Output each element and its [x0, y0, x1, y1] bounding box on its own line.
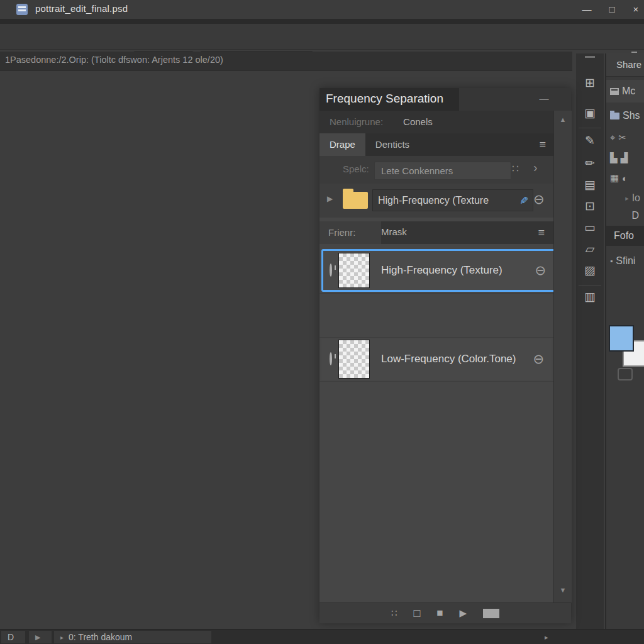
filter-label-tab[interactable]: Frienr:: [319, 221, 381, 244]
circle-minus-icon[interactable]: ⊖: [525, 352, 552, 367]
sidebar-item-label: D: [631, 210, 639, 221]
sidebar-item-label: Sfini: [616, 255, 635, 267]
minimize-button[interactable]: —: [577, 3, 596, 16]
status-d-button[interactable]: D: [1, 631, 25, 643]
folder-icon[interactable]: [343, 192, 368, 209]
edit-toolbar-icon[interactable]: [618, 368, 633, 380]
grid-tool-icon[interactable]: ▦: [610, 172, 619, 184]
link-icon[interactable]: ∷: [391, 603, 397, 623]
filter-value[interactable]: Mrask: [381, 226, 407, 237]
status-right-chevron[interactable]: ▸: [538, 631, 560, 643]
expand-arrows-icon[interactable]: ∷: [512, 162, 519, 175]
stamp-tool-icon[interactable]: ▙: [610, 152, 618, 164]
layer-name[interactable]: Low-Frequency (Color.Tone): [370, 353, 525, 365]
panel-menu-icon[interactable]: ≡: [538, 226, 545, 240]
sidebar-header: Share: [606, 53, 644, 77]
sidebar-icon-row: ▦ ◐: [606, 169, 644, 187]
layer-group-row[interactable]: ▶ High-Frequency (Texture ✎ ⊖: [319, 184, 553, 218]
sidebar-item-sfini[interactable]: ▪ Sfini: [606, 252, 644, 270]
panel-title: Frequency Separation: [326, 92, 443, 106]
panel-title-tab[interactable]: Frequency Separation: [319, 88, 459, 111]
app-icon: [16, 4, 28, 15]
figure-tool-icon[interactable]: ▟: [621, 152, 628, 164]
sidebar-item-fofo[interactable]: Fofo: [606, 226, 644, 246]
play-action-icon[interactable]: ▶: [460, 603, 467, 623]
slice-tool-icon[interactable]: ▭: [580, 218, 600, 237]
select-tool-icon[interactable]: ▱: [580, 240, 600, 258]
sidebar-item-shs[interactable]: Shs: [606, 106, 644, 125]
divider: [319, 381, 553, 382]
triangle-marker-icon: ▸: [625, 194, 629, 203]
circle-minus-icon[interactable]: ⊖: [527, 263, 553, 278]
chevron-right-icon[interactable]: ›: [533, 160, 538, 175]
panel-minimize-icon[interactable]: —: [536, 93, 552, 106]
panel-grip-icon[interactable]: [585, 56, 595, 58]
triangle-marker-icon: ▸: [60, 634, 64, 641]
panel-mid-tabs: Drape Denticts ≡: [319, 133, 571, 156]
shape-tool-icon[interactable]: ◐: [622, 173, 628, 184]
tool-strip: ⊞ ▣ ✎ ✏ ▤ ⊡ ▭ ▱ ▨ ▥: [576, 53, 604, 629]
type-tool-icon[interactable]: ▤: [580, 175, 600, 194]
anchor-tool-icon[interactable]: ⌖: [610, 132, 615, 143]
brush-tool-icon[interactable]: ✎: [580, 131, 600, 150]
layer-row-low-frequency[interactable]: Low-Frequency (Color.Tone) ⊖: [321, 338, 552, 380]
blend-mode-row: Spelc: Lete Conkenners ∷ ›: [319, 156, 553, 184]
divider: [319, 293, 553, 294]
panel-top-tabs: Nenluigrune: Conels: [319, 111, 571, 134]
scroll-down-icon[interactable]: ▼: [554, 586, 572, 594]
zoom-tool-icon[interactable]: ▥: [580, 287, 600, 306]
folder-icon: [610, 113, 619, 119]
lasso-tool-icon[interactable]: ✂: [618, 132, 626, 143]
chevron-right-icon: ▸: [545, 633, 548, 641]
status-play-button[interactable]: ▶: [29, 631, 52, 643]
visibility-eye-icon[interactable]: [330, 264, 332, 277]
close-button[interactable]: ×: [626, 3, 644, 16]
options-bar-text: 1Pasedonne:/2.Orip: (Tioltc dfswon: Arje…: [5, 55, 223, 65]
sidebar-item-label: Shs: [623, 110, 640, 121]
title-bar: pottrait_edit_final.psd — □ ×: [0, 0, 644, 19]
group-name-field[interactable]: High-Frequency (Texture ✎: [372, 189, 533, 211]
title-bar-divider: [0, 19, 644, 24]
layer-name[interactable]: High-Frequency (Texture): [370, 264, 527, 277]
new-layer-icon[interactable]: [483, 609, 499, 618]
application-window: pottrait_edit_final.psd — □ × Daips Siee…: [0, 0, 644, 644]
sidebar-item-io[interactable]: ▸ Io: [606, 191, 644, 206]
blend-mode-select[interactable]: Lete Conkenners: [374, 162, 511, 180]
filter-row: Frienr: Mrask ≡: [319, 221, 553, 244]
maximize-button[interactable]: □: [602, 3, 621, 16]
tab-drape[interactable]: Drape: [319, 133, 365, 156]
layer-thumbnail[interactable]: [338, 253, 370, 288]
menu-bar: Daips Sieee Stocts Shetc ▾ Frorraid Stpr…: [0, 24, 644, 50]
mask-icon[interactable]: □: [413, 603, 420, 623]
sidebar-item-mc[interactable]: Mc: [606, 80, 644, 103]
panel-header[interactable]: Frequency Separation —: [319, 88, 571, 111]
sidebar-item-label: Fofo: [614, 230, 634, 242]
options-bar: 1Pasedonne:/2.Orip: (Tioltc dfswon: Arje…: [0, 52, 572, 71]
tab-conels[interactable]: Conels: [393, 111, 443, 133]
scroll-up-icon[interactable]: ▲: [554, 116, 572, 123]
sidebar-item-label: Io: [632, 192, 640, 204]
status-selection[interactable]: ▸ 0: Treth dakoum: [54, 631, 211, 643]
divider: [579, 285, 601, 286]
sidebar-icon-row: ⌖ ✂: [606, 129, 644, 147]
panel-scrollbar[interactable]: ▲ ▼: [553, 111, 572, 602]
layer-row-high-frequency[interactable]: High-Frequency (Texture) ⊖: [321, 249, 555, 292]
expand-chevron-icon[interactable]: ▶: [327, 194, 333, 203]
move-tool-icon[interactable]: ⊞: [580, 74, 600, 92]
visibility-eye-icon[interactable]: [330, 352, 332, 365]
artboard-tool-icon[interactable]: ▣: [580, 104, 600, 123]
sidebar-item-d[interactable]: D: [606, 208, 644, 223]
layers-list: High-Frequency (Texture) ⊖ Low-Frequency…: [319, 244, 553, 602]
crop-tool-icon[interactable]: ⊡: [580, 197, 600, 216]
pen-tool-icon[interactable]: ✏: [580, 154, 600, 173]
layer-thumbnail[interactable]: [338, 340, 370, 379]
foreground-color-swatch[interactable]: [609, 325, 634, 352]
frame-tool-icon[interactable]: ▨: [580, 261, 600, 280]
tab-nenluigrune[interactable]: Nenluigrune:: [319, 111, 393, 133]
sidebar-icon-row: ▙ ▟: [606, 149, 644, 167]
panel-menu-icon[interactable]: ≡: [539, 138, 546, 152]
status-bar: D ▶ ▸ 0: Treth dakoum ▸: [0, 629, 644, 644]
circle-minus-icon[interactable]: ⊖: [526, 192, 552, 207]
tab-denticts[interactable]: Denticts: [365, 133, 419, 156]
fill-icon[interactable]: ■: [436, 603, 443, 623]
